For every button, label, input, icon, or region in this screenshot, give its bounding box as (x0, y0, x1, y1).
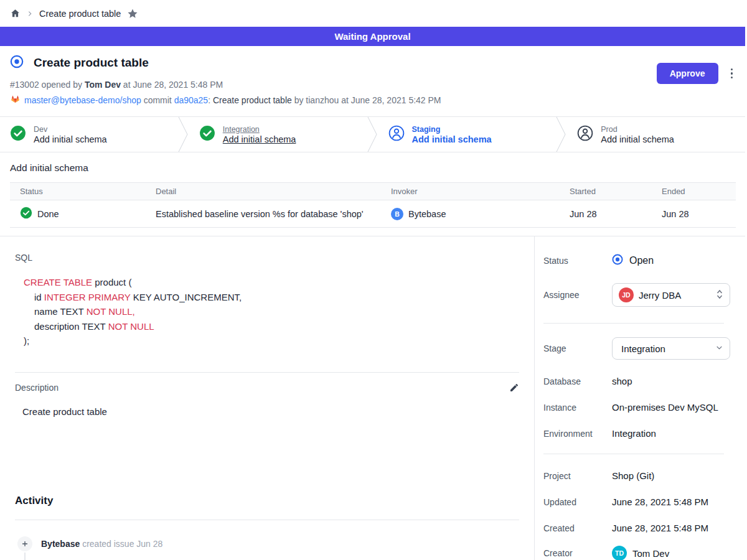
divider (15, 520, 519, 520)
issue-open-icon (10, 55, 24, 71)
issue-meta-suffix: at June 28, 2021 5:48 PM (121, 80, 223, 90)
breadcrumb-chevron-icon (27, 8, 33, 19)
commit-message: Create product table (213, 95, 292, 105)
stage-separator (178, 117, 189, 152)
pipeline-bar: DevAdd initial schema IntegrationAdd ini… (0, 116, 745, 152)
divider (543, 323, 724, 324)
environment-value: Integration (612, 428, 656, 439)
issue-sidebar: Status Open Assignee JD Jerry DBA (534, 236, 745, 560)
instance-label: Instance (543, 403, 612, 413)
issue-meta-prefix: #13002 opened by (10, 80, 85, 90)
status-banner: Waiting Approval (0, 27, 745, 46)
task-heading: Add initial schema (10, 162, 735, 174)
assignee-value: Jerry DBA (639, 290, 711, 301)
open-status-icon (612, 254, 623, 267)
stage-task: Add initial schema (601, 134, 674, 144)
sidebar-created-row: Created June 28, 2021 5:48 PM (543, 523, 730, 533)
commit-colon: : (208, 95, 213, 105)
stage-task: Add initial schema (223, 134, 296, 144)
task-ended: Jun 28 (662, 209, 689, 219)
created-label: Created (543, 523, 612, 533)
stage-integration[interactable]: IntegrationAdd initial schema (189, 117, 367, 152)
table-row[interactable]: Done Established baseline version %s for… (10, 200, 736, 228)
col-started: Started (560, 183, 652, 200)
description-text: Create product table (22, 406, 519, 417)
activity-item: Bytebase created issue Jun 28 (15, 536, 519, 551)
gitlab-icon (10, 94, 21, 106)
sidebar-stage-row: Stage Integration (543, 337, 730, 360)
task-status: Done (37, 209, 59, 219)
check-circle-icon (10, 125, 26, 144)
sql-line: name TEXT NOT NULL, (24, 304, 519, 319)
kebab-menu-icon[interactable] (728, 66, 736, 82)
stage-name: Integration (223, 125, 296, 134)
stage-prod[interactable]: ProdAdd initial schema (567, 117, 745, 152)
avatar: TD (612, 546, 627, 560)
commit-hash-link[interactable]: da90a25 (174, 95, 209, 105)
stage-separator (367, 117, 378, 152)
stage-task: Add initial schema (34, 134, 107, 144)
creator-label: Creator (543, 548, 612, 558)
sql-line: description TEXT NOT NULL (24, 319, 519, 334)
environment-label: Environment (543, 429, 612, 439)
updated-label: Updated (543, 497, 612, 507)
status-banner-text: Waiting Approval (334, 31, 410, 42)
plus-icon (17, 536, 32, 551)
page-title: Create product table (34, 56, 149, 70)
status-label: Status (543, 256, 612, 266)
stage-staging[interactable]: StagingAdd initial schema (378, 117, 557, 152)
project-value: Shop (Git) (612, 470, 654, 481)
breadcrumb: Create product table (0, 0, 745, 27)
sidebar-environment-row: Environment Integration (543, 428, 730, 439)
sidebar-project-row: Project Shop (Git) (543, 470, 730, 481)
activity-actor: Bytebase (41, 539, 80, 549)
person-circle-icon (388, 125, 405, 144)
check-circle-icon (20, 207, 32, 221)
issue-page: Create product table Waiting Approval Cr… (0, 0, 745, 560)
task-invoker: Bytebase (408, 209, 446, 219)
edit-pencil-icon[interactable] (509, 383, 519, 393)
stage-dev[interactable]: DevAdd initial schema (0, 117, 178, 152)
issue-header: Create product table #13002 opened by To… (0, 46, 745, 106)
person-circle-icon (577, 125, 593, 144)
col-status: Status (10, 183, 146, 200)
sql-line: ); (24, 334, 519, 348)
home-icon[interactable] (10, 8, 21, 19)
stage-separator (556, 117, 567, 152)
approve-button[interactable]: Approve (657, 63, 718, 84)
database-label: Database (543, 376, 612, 386)
assignee-select[interactable]: JD Jerry DBA (612, 283, 730, 307)
project-label: Project (543, 471, 612, 481)
sql-line: CREATE TABLE product ( (24, 275, 519, 290)
issue-detail-panel: SQL CREATE TABLE product ( id INTEGER PR… (0, 236, 534, 560)
commit-line: master@bytebase-demo/shop commit da90a25… (10, 94, 735, 106)
divider (15, 372, 519, 373)
sidebar-instance-row: Instance On-premises Dev MySQL (543, 402, 730, 413)
sidebar-updated-row: Updated June 28, 2021 5:48 PM (543, 497, 730, 507)
creator-value: Tom Dev (632, 548, 669, 559)
issue-meta: #13002 opened by Tom Dev at June 28, 202… (10, 80, 735, 90)
sql-line: id INTEGER PRIMARY KEY AUTO_INCREMENT, (24, 290, 519, 305)
avatar: B (391, 208, 403, 220)
task-started: Jun 28 (570, 209, 597, 219)
branch-link[interactable]: master@bytebase-demo/shop (24, 95, 141, 105)
sidebar-creator-row: Creator TD Tom Dev (543, 546, 730, 560)
stage-name: Dev (34, 125, 107, 134)
activity-timeline (24, 553, 26, 560)
star-icon[interactable] (127, 8, 138, 19)
stage-task: Add initial schema (412, 134, 492, 144)
updated-value: June 28, 2021 5:48 PM (612, 497, 708, 507)
commit-word: commit (141, 95, 174, 105)
commit-suffix: by tianzhou at June 28, 2021 5:42 PM (292, 95, 441, 105)
sql-label: SQL (15, 253, 519, 263)
stage-select[interactable]: Integration (612, 337, 730, 360)
stage-value: Integration (619, 343, 710, 354)
stage-label: Stage (543, 343, 612, 353)
stage-name: Staging (412, 125, 492, 134)
instance-value: On-premises Dev MySQL (612, 402, 718, 413)
stage-name: Prod (601, 125, 674, 134)
col-ended: Ended (652, 183, 736, 200)
sidebar-assignee-row: Assignee JD Jerry DBA (543, 283, 730, 307)
col-detail: Detail (146, 183, 381, 200)
task-section: Add initial schema Status Detail Invoker… (0, 152, 745, 228)
